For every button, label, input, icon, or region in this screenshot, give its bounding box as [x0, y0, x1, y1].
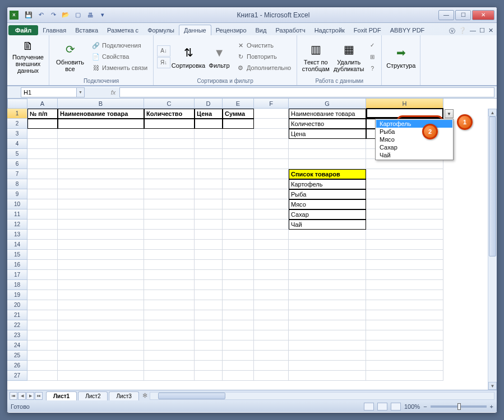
row-header-11[interactable]: 11 — [7, 209, 27, 220]
cell-B8[interactable] — [58, 179, 144, 189]
cell-E20[interactable] — [223, 300, 254, 310]
cell-B22[interactable] — [58, 320, 144, 330]
row-header-5[interactable]: 5 — [7, 149, 27, 159]
column-header-G[interactable]: G — [289, 99, 366, 109]
row-header-3[interactable]: 3 — [7, 129, 27, 139]
cell-H16[interactable] — [366, 260, 443, 270]
cell-G25[interactable] — [289, 351, 366, 361]
cell-B14[interactable] — [58, 240, 144, 250]
cell-C23[interactable] — [144, 330, 195, 340]
cell-A8[interactable] — [27, 179, 58, 189]
tab-abbyy[interactable]: ABBYY PDF — [386, 25, 429, 35]
cell-A16[interactable] — [27, 260, 58, 270]
column-header-F[interactable]: F — [254, 99, 289, 109]
cell-D26[interactable] — [195, 361, 223, 371]
doc-min-icon[interactable]: — — [470, 27, 476, 35]
cell-E18[interactable] — [223, 280, 254, 290]
cell-D20[interactable] — [195, 300, 223, 310]
view-layout-button[interactable] — [377, 403, 387, 410]
cell-D15[interactable] — [195, 250, 223, 260]
cell-G20[interactable] — [289, 300, 366, 310]
cell-H14[interactable] — [366, 240, 443, 250]
cell-E16[interactable] — [223, 260, 254, 270]
cell-E10[interactable] — [223, 199, 254, 209]
qat-save-icon[interactable]: 💾 — [23, 10, 34, 21]
cell-A14[interactable] — [27, 240, 58, 250]
cell-E8[interactable] — [223, 179, 254, 189]
cell-E23[interactable] — [223, 330, 254, 340]
tab-data[interactable]: Данные — [179, 25, 211, 35]
cell-H26[interactable] — [366, 361, 443, 371]
row-header-9[interactable]: 9 — [7, 189, 27, 199]
cell-F15[interactable] — [254, 250, 289, 260]
row-header-21[interactable]: 21 — [7, 310, 27, 320]
cell-C10[interactable] — [144, 199, 195, 209]
clear-button[interactable]: ✕Очистить — [234, 40, 293, 51]
cell-H17[interactable] — [366, 270, 443, 280]
cell-H10[interactable] — [366, 199, 443, 209]
qat-open-icon[interactable]: 📂 — [60, 10, 71, 21]
cell-C12[interactable] — [144, 220, 195, 230]
tab-addins[interactable]: Надстройк — [310, 25, 349, 35]
formula-input[interactable] — [119, 87, 494, 97]
maximize-button[interactable]: ☐ — [455, 10, 471, 20]
cell-G27[interactable] — [289, 371, 366, 381]
row-header-26[interactable]: 26 — [7, 361, 27, 371]
cell-B26[interactable] — [58, 361, 144, 371]
cell-D5[interactable] — [195, 149, 223, 159]
cell-A13[interactable] — [27, 230, 58, 240]
cell-G14[interactable] — [289, 240, 366, 250]
cell-F23[interactable] — [254, 330, 289, 340]
scroll-down-icon[interactable]: ▼ — [488, 382, 497, 390]
cell-H24[interactable] — [366, 340, 443, 351]
cell-F9[interactable] — [254, 189, 289, 199]
dropdown-item[interactable]: Мясо — [376, 136, 452, 143]
cell-G19[interactable] — [289, 290, 366, 300]
cell-D16[interactable] — [195, 260, 223, 270]
cell-C20[interactable] — [144, 300, 195, 310]
cell-D27[interactable] — [195, 371, 223, 381]
cell-C27[interactable] — [144, 371, 195, 381]
cell-A10[interactable] — [27, 199, 58, 209]
cell-E7[interactable] — [223, 169, 254, 179]
cell-G6[interactable] — [289, 159, 366, 169]
cell-C18[interactable] — [144, 280, 195, 290]
cell-C4[interactable] — [144, 139, 195, 149]
cell-B7[interactable] — [58, 169, 144, 179]
cell-G16[interactable] — [289, 260, 366, 270]
sheet-nav-first-icon[interactable]: ⏮ — [10, 392, 17, 400]
cell-E19[interactable] — [223, 290, 254, 300]
cell-D11[interactable] — [195, 209, 223, 220]
cell-B11[interactable] — [58, 209, 144, 220]
cell-H6[interactable] — [366, 159, 443, 169]
cell-F21[interactable] — [254, 310, 289, 320]
cell-A22[interactable] — [27, 320, 58, 330]
cell-B1[interactable]: Наименование товара — [58, 109, 144, 119]
cell-F24[interactable] — [254, 340, 289, 351]
cell-D2[interactable] — [195, 119, 223, 129]
cell-F22[interactable] — [254, 320, 289, 330]
cell-F11[interactable] — [254, 209, 289, 220]
cell-H21[interactable] — [366, 310, 443, 320]
tab-formulas[interactable]: Формулы — [143, 25, 179, 35]
row-header-20[interactable]: 20 — [7, 300, 27, 310]
sheet-tab-2[interactable]: Лист2 — [78, 391, 108, 400]
name-box[interactable]: H1 — [21, 87, 77, 97]
dropdown-item[interactable]: Картофель — [376, 120, 452, 128]
row-header-4[interactable]: 4 — [7, 139, 27, 149]
fx-icon[interactable]: fx — [107, 87, 119, 97]
help-icon[interactable]: ❔ — [459, 27, 466, 35]
row-header-6[interactable]: 6 — [7, 159, 27, 169]
cell-B13[interactable] — [58, 230, 144, 240]
cell-B27[interactable] — [58, 371, 144, 381]
cell-G18[interactable] — [289, 280, 366, 290]
sheet-nav-next-icon[interactable]: ▶ — [26, 392, 34, 400]
cell-D18[interactable] — [195, 280, 223, 290]
cell-E21[interactable] — [223, 310, 254, 320]
dropdown-item[interactable]: Чай — [376, 151, 452, 159]
sheet-nav-last-icon[interactable]: ⏭ — [35, 392, 43, 400]
cell-E15[interactable] — [223, 250, 254, 260]
qat-new-icon[interactable]: ▢ — [72, 10, 84, 21]
zoom-thumb[interactable] — [457, 403, 461, 410]
column-header-B[interactable]: B — [58, 99, 144, 109]
